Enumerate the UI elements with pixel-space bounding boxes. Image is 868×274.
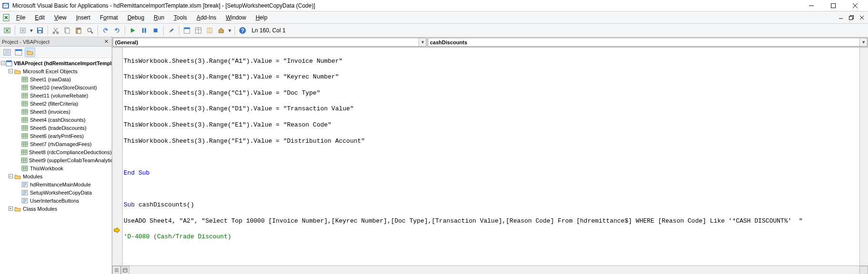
tree-sheet-item[interactable]: Sheet5 (tradeDiscounts) — [0, 124, 112, 132]
tree-module-item[interactable]: UserInterfaceButtons — [0, 196, 112, 205]
menu-window[interactable]: Window — [221, 11, 251, 23]
svg-rect-94 — [21, 150, 27, 155]
collapse-icon[interactable]: − — [8, 174, 13, 179]
worksheet-icon — [21, 76, 29, 83]
menu-addins[interactable]: Add-Ins — [192, 11, 221, 23]
object-dropdown[interactable]: (General) ▾ — [113, 38, 427, 47]
help-button[interactable]: ? — [237, 25, 248, 36]
horizontal-scrollbar[interactable] — [129, 266, 859, 274]
tree-sheet-item[interactable]: Sheet3 (invoices) — [0, 108, 112, 116]
mdi-close-button[interactable] — [857, 11, 867, 23]
tree-folder-class-modules[interactable]: + Class Modules — [0, 205, 112, 213]
save-button[interactable] — [35, 25, 45, 36]
copy-button[interactable] — [62, 25, 72, 36]
svg-rect-32 — [170, 28, 174, 31]
toolbox-button[interactable] — [216, 25, 226, 36]
svg-rect-25 — [77, 28, 80, 29]
code-gutter[interactable] — [112, 48, 123, 265]
svg-rect-99 — [21, 158, 27, 163]
tree-sheet-item[interactable]: Sheet8 (rdcComplianceDeductions) — [0, 148, 112, 156]
tree-sheet-item[interactable]: Sheet10 (newStoreDiscount) — [0, 83, 112, 91]
worksheet-icon — [21, 165, 29, 172]
reset-button[interactable] — [150, 25, 161, 36]
procedure-view-button[interactable] — [112, 266, 121, 274]
maximize-button[interactable] — [822, 0, 844, 11]
minimize-button[interactable] — [800, 0, 822, 11]
tree-sheet-item[interactable]: Sheet7 (rtvDamagedFees) — [0, 140, 112, 148]
view-object-button[interactable] — [13, 48, 24, 57]
current-line-arrow-icon — [114, 227, 120, 234]
redo-button[interactable] — [112, 25, 122, 36]
run-button[interactable] — [127, 25, 138, 36]
full-module-view-button[interactable] — [121, 266, 129, 274]
code-line — [123, 153, 859, 161]
tree-sheet-item[interactable]: ThisWorkbook — [0, 164, 112, 172]
scrollbar-corner — [859, 266, 868, 274]
tree-folder-excel-objects[interactable]: − Microsoft Excel Objects — [0, 67, 112, 75]
tree-sheet-item[interactable]: Sheet2 (filterCriteria) — [0, 99, 112, 108]
tree-folder-modules[interactable]: − Modules — [0, 172, 112, 180]
svg-rect-18 — [38, 28, 42, 30]
collapse-icon[interactable]: − — [8, 68, 13, 74]
menu-help[interactable]: Help — [251, 11, 272, 23]
insert-module-button[interactable] — [18, 25, 28, 36]
menu-format[interactable]: Format — [95, 11, 123, 23]
tree-sheet-item[interactable]: Sheet6 (earlyPmtFees) — [0, 132, 112, 140]
code-line: ThisWorkbook.Sheets(3).Range("F1").Value… — [123, 137, 859, 146]
close-button[interactable] — [844, 0, 866, 11]
code-window: (General) ▾ cashDiscounts ▾ ThisWorkbook… — [112, 37, 868, 274]
vertical-scrollbar[interactable] — [859, 48, 868, 265]
menu-edit[interactable]: Edit — [30, 11, 49, 23]
svg-rect-127 — [123, 268, 127, 272]
chevron-down-icon: ▾ — [859, 38, 867, 46]
insert-dropdown-icon[interactable]: ▾ — [29, 27, 34, 34]
tree-sheet-item[interactable]: Sheet11 (volumeRebate) — [0, 91, 112, 99]
menu-debug[interactable]: Debug — [123, 11, 149, 23]
menu-tools[interactable]: Tools — [169, 11, 192, 23]
svg-rect-79 — [22, 126, 28, 130]
break-button[interactable] — [139, 25, 149, 36]
code-line: UseADO Sheet4, "A2", "Select Top 10000 [… — [123, 217, 859, 225]
project-panel-close-button[interactable]: ✕ — [102, 38, 110, 46]
properties-button[interactable] — [193, 25, 204, 36]
menu-file[interactable]: File — [11, 11, 30, 23]
project-panel-toolbar — [0, 47, 112, 58]
menu-view[interactable]: View — [49, 11, 71, 23]
tree-module-item[interactable]: hdRemittanceMainModule — [0, 180, 112, 188]
toggle-folders-button[interactable] — [25, 48, 35, 57]
tree-sheet-item[interactable]: Sheet1 (rawData) — [0, 75, 112, 83]
cut-button[interactable] — [50, 25, 61, 36]
undo-button[interactable] — [100, 25, 111, 36]
code-editor[interactable]: ThisWorkbook.Sheets(3).Range("A1").Value… — [123, 48, 859, 265]
svg-rect-30 — [145, 28, 146, 33]
object-browser-button[interactable] — [205, 25, 215, 36]
tree-project-root[interactable]: − VBAProject (hdRemittanceImportTemplate… — [0, 59, 112, 67]
svg-rect-23 — [66, 29, 69, 33]
project-panel-header: Project - VBAProject ✕ — [0, 37, 112, 47]
collapse-icon[interactable]: − — [1, 60, 5, 66]
view-code-button[interactable] — [2, 48, 12, 57]
mdi-restore-button[interactable] — [846, 11, 857, 23]
toolbox-dropdown-icon[interactable]: ▾ — [227, 27, 232, 34]
design-mode-button[interactable] — [166, 25, 176, 36]
procedure-dropdown[interactable]: cashDiscounts ▾ — [428, 38, 868, 47]
folder-icon — [14, 206, 21, 212]
module-icon — [21, 189, 29, 196]
tree-sheet-item[interactable]: Sheet4 (cashDiscounts) — [0, 116, 112, 124]
mdi-minimize-button[interactable] — [836, 11, 846, 23]
project-explorer-button[interactable] — [182, 25, 192, 36]
excel-doc-icon[interactable] — [1, 11, 11, 23]
code-line: 'D-4080 (Cash/Trade Discount) — [123, 233, 859, 241]
svg-point-27 — [88, 28, 91, 32]
find-button[interactable] — [85, 25, 95, 36]
worksheet-icon — [21, 92, 29, 99]
project-tree[interactable]: − VBAProject (hdRemittanceImportTemplate… — [0, 58, 112, 274]
paste-button[interactable] — [73, 25, 84, 36]
expand-icon[interactable]: + — [8, 206, 13, 212]
menu-run[interactable]: Run — [149, 11, 169, 23]
tree-sheet-item[interactable]: Sheet9 (supplierCollabTeamAnalytics) — [0, 156, 112, 164]
code-line: ThisWorkbook.Sheets(3).Range("B1").Value… — [123, 73, 859, 81]
tree-module-item[interactable]: SetupWorksheetCopyData — [0, 188, 112, 196]
view-excel-button[interactable] — [2, 25, 12, 36]
menu-insert[interactable]: Insert — [71, 11, 95, 23]
